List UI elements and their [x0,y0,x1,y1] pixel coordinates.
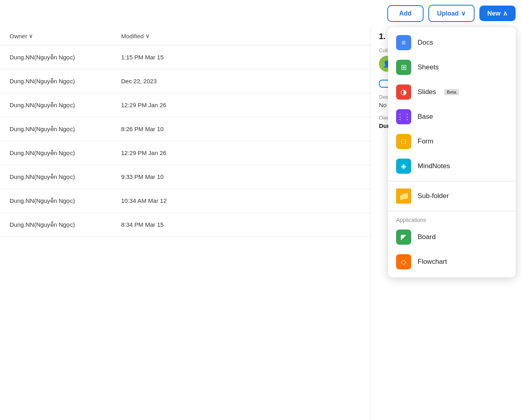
upload-label: Upload [437,10,459,17]
menu-item-label: Flowchart [418,258,447,266]
menu-item-board[interactable]: ◤ Board [388,225,516,249]
sheets-icon: ⊞ [396,60,411,75]
menu-divider [388,211,516,211]
mindnotes-icon: ◈ [396,159,411,174]
toolbar: Add Upload ∨ New ∧ [0,0,522,27]
new-button[interactable]: New ∧ [479,6,516,21]
menu-item-label: Base [418,113,433,121]
row-modified: 10:34 AM Mar 12 [121,197,201,204]
menu-item-label: Docs [418,39,433,47]
chevron-down-icon: ∨ [29,32,33,39]
subfolder-icon: 📁 [396,188,411,204]
new-dropdown-menu: ≡ Docs ⊞ Sheets ◑ SlidesBeta ⋮⋮ Base □ F… [388,27,516,277]
menu-item-slides[interactable]: ◑ SlidesBeta [388,80,516,104]
row-owner: Dung.NN(Nguyễn Ngọc) [10,102,121,109]
new-label: New [487,10,500,17]
chevron-down-icon: ∨ [461,10,466,17]
applications-section-label: Applications [388,214,516,225]
row-owner: Dung.NN(Nguyễn Ngọc) [10,54,121,61]
menu-item-sheets[interactable]: ⊞ Sheets [388,55,516,80]
menu-item-mindnotes[interactable]: ◈ MindNotes [388,154,516,179]
row-modified: 12:29 PM Jan 26 [121,102,201,108]
row-owner: Dung.NN(Nguyễn Ngọc) [10,221,121,228]
row-owner: Dung.NN(Nguyễn Ngọc) [10,173,121,181]
row-modified: 1:15 PM Mar 15 [121,54,201,61]
menu-item-docs[interactable]: ≡ Docs [388,30,516,55]
upload-button[interactable]: Upload ∨ [428,5,475,22]
menu-item-label: Slides [418,88,436,96]
menu-item-label: MindNotes [418,162,450,170]
row-modified: 8:26 PM Mar 10 [121,126,201,132]
row-modified: Dec 22, 2023 [121,78,201,84]
menu-item-base[interactable]: ⋮⋮ Base [388,104,516,129]
row-owner: Dung.NN(Nguyễn Ngọc) [10,78,121,85]
menu-item-label: Form [418,137,434,145]
chevron-up-icon: ∧ [503,10,508,17]
row-modified: 9:33 PM Mar 10 [121,173,201,180]
row-modified: 8:34 PM Mar 15 [121,221,201,228]
beta-badge: Beta [444,89,459,95]
row-owner: Dung.NN(Nguyễn Ngọc) [10,126,121,133]
main-area: Add Upload ∨ New ∧ Owner ∨ Modified ∨ ⊞ … [0,0,522,420]
owner-column-header[interactable]: Owner ∨ [10,32,121,39]
base-icon: ⋮⋮ [396,109,411,124]
modified-column-header[interactable]: Modified ∨ [121,32,201,39]
form-icon: □ [396,134,411,149]
menu-divider [388,181,516,181]
menu-item-flowchart[interactable]: ◇ Flowchart [388,249,516,274]
slides-icon: ◑ [396,84,411,100]
add-button[interactable]: Add [387,5,424,22]
row-owner: Dung.NN(Nguyễn Ngọc) [10,149,121,157]
chevron-down-icon: ∨ [145,32,150,39]
menu-item-label: Sub-folder [418,192,449,200]
row-modified: 12:29 PM Jan 26 [121,149,201,156]
docs-icon: ≡ [396,35,411,50]
menu-item-subfolder[interactable]: 📁 Sub-folder [388,184,516,208]
menu-item-form[interactable]: □ Form [388,129,516,154]
flowchart-icon: ◇ [396,254,411,269]
row-owner: Dung.NN(Nguyễn Ngọc) [10,197,121,204]
menu-item-label: Board [418,233,436,241]
menu-item-label: Sheets [418,63,439,71]
board-icon: ◤ [396,230,411,245]
